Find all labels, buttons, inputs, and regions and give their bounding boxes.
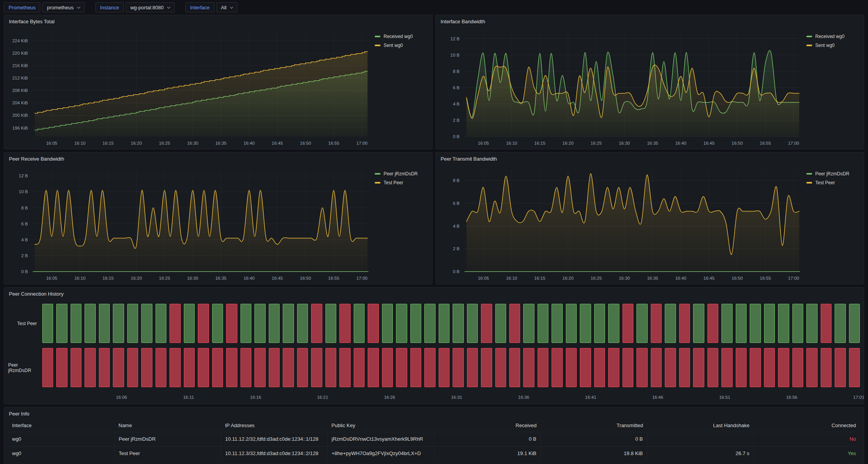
y-axis-label: 10 B [450, 53, 460, 57]
series-color-dash [375, 173, 380, 175]
legend-label: Received wg0 [384, 34, 413, 39]
y-axis-label: 4 B [21, 237, 28, 242]
variable-select-instance[interactable]: wg-portal:8080 [126, 2, 175, 12]
variable-select-interface[interactable]: All [216, 2, 237, 12]
panel-peer-receive-bandwidth: Peer Receive Bandwidth 0 B2 B4 B6 B8 B10… [4, 152, 432, 284]
legend-item[interactable]: Test Peer [806, 180, 861, 185]
status-bar-disconnected [226, 304, 237, 343]
status-bar-disconnected [198, 348, 209, 387]
status-bar-connected [113, 304, 124, 343]
table-header-cell[interactable]: Connected [754, 419, 860, 432]
y-axis-label: 10 B [19, 189, 28, 194]
status-bar-disconnected [169, 304, 180, 343]
status-bar-disconnected [269, 348, 280, 387]
status-bar-connected [410, 304, 421, 343]
series-color-dash [375, 45, 380, 46]
time-axis-label: 16:05 [478, 141, 489, 145]
variable-label-interface: Interface [185, 2, 214, 12]
legend-item[interactable]: Test Peer [375, 180, 430, 185]
table-cell: 19.1 KiB [434, 446, 541, 461]
status-bar-connected [736, 304, 747, 343]
legend-item[interactable]: Received wg0 [375, 34, 430, 39]
y-axis-label: 2 B [453, 118, 460, 123]
status-bar-disconnected [693, 348, 704, 387]
time-axis-label: 16:20 [562, 141, 574, 145]
status-bar-connected [156, 304, 166, 343]
panel-title[interactable]: Interface Bandwidth [436, 15, 864, 27]
panel-title[interactable]: Interface Bytes Total [4, 15, 432, 27]
time-axis-label: 16:15 [102, 141, 114, 145]
status-bar-disconnected [821, 304, 832, 343]
time-series-chart[interactable]: 196 KiB200 KiB204 KiB208 KiB212 KiB216 K… [7, 28, 373, 148]
time-series-chart[interactable]: 0 B2 B4 B6 B8 B10 B12 B16:0516:1016:1516… [439, 28, 805, 148]
status-bar-connected [269, 304, 280, 343]
chart-legend: Received wg0Sent wg0 [373, 28, 430, 148]
time-axis-label: 16:45 [704, 141, 715, 145]
table-header-cell[interactable]: Last Handshake [647, 419, 754, 432]
table-header-cell[interactable]: Public Key [328, 419, 434, 432]
time-axis-label: 16:40 [675, 141, 686, 145]
table-row: wg0Test Peer10.11.12.3/32,fdfd:d3ad:c0de… [8, 446, 860, 461]
y-axis-label: 224 KiB [12, 38, 28, 43]
status-bar-disconnected [325, 348, 336, 387]
time-axis-label: 16:56 [786, 395, 797, 400]
legend-item[interactable]: Peer jRzmDsDR [806, 171, 861, 177]
legend-item[interactable]: Sent wg0 [375, 43, 430, 48]
panel-title[interactable]: Peer Receive Bandwidth [4, 152, 432, 164]
time-axis-label: 16:51 [719, 395, 730, 400]
status-bar-disconnected [368, 348, 379, 387]
y-axis-label: 12 B [19, 173, 28, 178]
variable-group-interface: Interface All [185, 2, 237, 12]
legend-item[interactable]: Peer jRzmDsDR [375, 171, 430, 177]
variable-group-instance: Instance wg-portal:8080 [95, 2, 175, 12]
status-bar-disconnected [439, 348, 450, 387]
table-header-cell[interactable]: Transmitted [541, 419, 647, 432]
panel-peer-info: Peer Info InterfaceNameIP AddressesPubli… [4, 407, 864, 464]
table-cell: jRzmDsDRVnwCt13vsyamXherk9L9RhR [328, 432, 434, 446]
status-bar-disconnected [707, 304, 718, 343]
status-bar-disconnected [240, 348, 251, 387]
time-axis-label: 16:10 [74, 276, 86, 280]
panel-title[interactable]: Peer Connection History [4, 287, 864, 299]
status-bar-disconnected [622, 304, 633, 343]
status-bar-disconnected [580, 348, 591, 387]
time-axis-label: 16:05 [46, 276, 57, 280]
table-header-cell[interactable]: Name [115, 419, 221, 432]
table-header-cell[interactable]: Received [434, 419, 541, 432]
status-bar-connected [382, 304, 393, 343]
time-axis-label: 16:30 [619, 276, 630, 280]
time-series-chart[interactable]: 0 B2 B4 B6 B8 B16:0516:1016:1516:2016:25… [439, 165, 805, 283]
status-bar-disconnected [509, 304, 520, 343]
variable-select-prometheus[interactable]: prometheus [42, 2, 85, 12]
time-axis-label: 16:46 [652, 395, 663, 400]
legend-item[interactable]: Sent wg0 [806, 43, 861, 48]
chart-legend: Peer jRzmDsDRTest Peer [805, 165, 861, 283]
status-bar-disconnected [721, 348, 732, 387]
status-bar-connected [453, 304, 463, 343]
panel-title[interactable]: Peer Info [4, 407, 864, 419]
status-bar-connected [636, 304, 647, 343]
table-header-cell[interactable]: IP Addresses [221, 419, 328, 432]
time-axis-label: 16:30 [187, 141, 198, 145]
status-bar-disconnected [835, 348, 846, 387]
panel-title[interactable]: Peer Transmit Bandwidth [436, 152, 864, 164]
legend-item[interactable]: Received wg0 [806, 34, 861, 39]
variables-toolbar: Prometheus prometheus Instance wg-portal… [4, 0, 864, 15]
status-bar-disconnected [283, 348, 294, 387]
status-bar-disconnected [594, 348, 605, 387]
table-cell: 26.7 s [647, 446, 754, 461]
status-bar-connected [792, 304, 803, 343]
table-cell: Peer jRzmDsDR [115, 432, 221, 446]
table-header-cell[interactable]: Interface [8, 419, 115, 432]
status-bar-disconnected [608, 348, 619, 387]
time-axis-label: 16:10 [74, 141, 86, 145]
status-bar-disconnected [523, 348, 534, 387]
legend-label: Peer jRzmDsDR [815, 171, 849, 177]
time-axis-label: 16:20 [562, 276, 574, 280]
table-cell: Test Peer [115, 446, 221, 461]
status-bar-connected [849, 304, 860, 343]
time-axis-label: 16:55 [328, 276, 339, 280]
status-bars [42, 304, 860, 343]
series-color-dash [375, 182, 380, 184]
time-series-chart[interactable]: 0 B2 B4 B6 B8 B10 B12 B16:0516:1016:1516… [7, 165, 373, 283]
